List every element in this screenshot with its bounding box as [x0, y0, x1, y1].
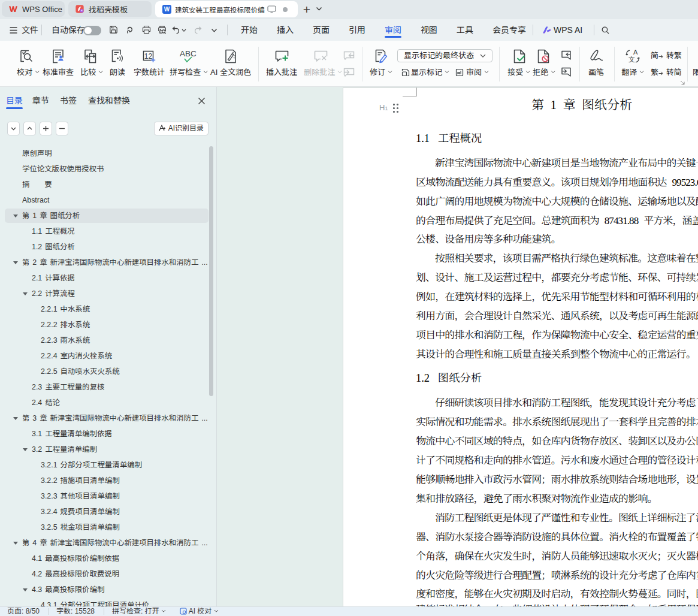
- svg-text:AI: AI: [80, 9, 83, 12]
- svg-text:ABC: ABC: [180, 49, 197, 58]
- svg-text:文: 文: [628, 56, 635, 63]
- svg-text:12: 12: [144, 52, 153, 61]
- svg-text:A: A: [633, 49, 638, 56]
